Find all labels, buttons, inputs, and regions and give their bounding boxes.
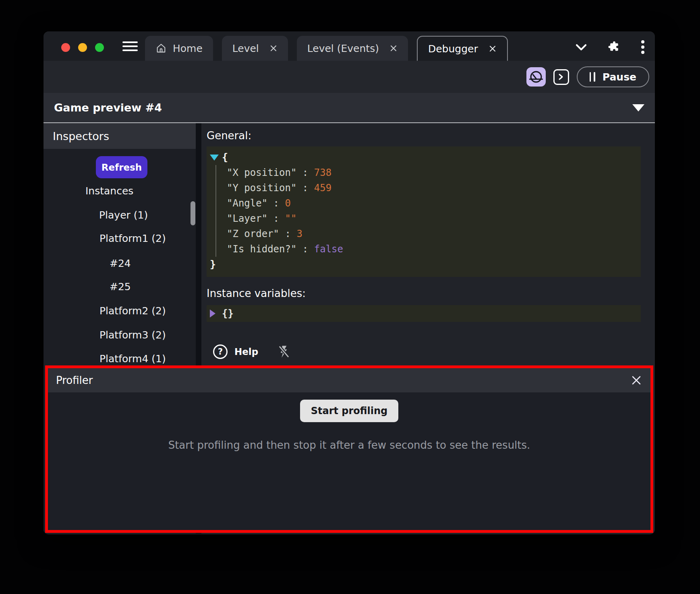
game-preview-title: Game preview #4 bbox=[54, 101, 162, 114]
inspectors-header: Inspectors bbox=[43, 123, 196, 149]
tree-item-instances[interactable]: Instances bbox=[85, 185, 133, 197]
game-preview-header[interactable]: Game preview #4 bbox=[43, 93, 655, 123]
menu-hamburger-icon[interactable] bbox=[122, 41, 138, 51]
profiler-title: Profiler bbox=[56, 374, 93, 386]
profiler-body: Start profiling Start profiling and then… bbox=[48, 392, 650, 451]
home-icon bbox=[155, 43, 167, 54]
json-property-row: "Z order" : 3 bbox=[227, 226, 641, 241]
close-window-button[interactable] bbox=[61, 43, 70, 52]
tab-home[interactable]: Home bbox=[145, 36, 213, 61]
flash-off-icon[interactable] bbox=[277, 344, 291, 359]
tab-level-events[interactable]: Level (Events) bbox=[297, 36, 408, 61]
app-window: Home Level Level (Events) Debugger bbox=[43, 31, 655, 534]
tree-item-platform3[interactable]: Platform3 (2) bbox=[99, 329, 166, 341]
traffic-lights bbox=[61, 43, 104, 52]
extensions-puzzle-icon[interactable] bbox=[607, 41, 620, 54]
help-row: ? Help bbox=[207, 344, 655, 359]
json-property-row: "Y position" : 459 bbox=[227, 180, 641, 196]
collapse-chevron-icon[interactable] bbox=[632, 104, 644, 111]
close-tab-icon[interactable] bbox=[389, 44, 398, 52]
pause-button-label: Pause bbox=[603, 71, 636, 83]
tab-label: Debugger bbox=[428, 43, 478, 55]
property-value: "" bbox=[285, 213, 297, 224]
close-tab-icon[interactable] bbox=[489, 45, 497, 53]
start-profiling-button[interactable]: Start profiling bbox=[300, 400, 399, 422]
tree-item-platform1[interactable]: Platform1 (2) bbox=[99, 233, 166, 244]
tree-item-platform2[interactable]: Platform2 (2) bbox=[99, 305, 166, 317]
tab-level[interactable]: Level bbox=[222, 36, 288, 61]
console-icon-button[interactable] bbox=[553, 69, 569, 85]
property-value: 738 bbox=[314, 167, 331, 178]
chevron-down-icon[interactable] bbox=[575, 43, 587, 52]
expand-icon[interactable] bbox=[210, 309, 215, 318]
instance-variables-viewer: {} bbox=[207, 305, 641, 322]
inspectors-header-label: Inspectors bbox=[53, 130, 109, 142]
property-value: 0 bbox=[285, 198, 291, 209]
property-value: 3 bbox=[296, 228, 302, 239]
tab-label: Level (Events) bbox=[307, 43, 379, 54]
tree-item-platform4[interactable]: Platform4 (1) bbox=[99, 353, 166, 365]
tree-item-25[interactable]: #25 bbox=[110, 281, 131, 293]
json-property-row: "X position" : 738 bbox=[227, 165, 641, 180]
kebab-menu-icon[interactable] bbox=[640, 39, 645, 55]
minimize-window-button[interactable] bbox=[78, 43, 87, 52]
json-property-row: "Layer" : "" bbox=[227, 211, 641, 226]
tree-item-player[interactable]: Player (1) bbox=[99, 209, 148, 221]
expand-collapse-icon[interactable] bbox=[210, 155, 219, 161]
pause-icon bbox=[590, 72, 595, 82]
object-open-brace: { bbox=[222, 150, 228, 165]
tree-item-24[interactable]: #24 bbox=[110, 258, 131, 269]
json-property-row: "Is hidden?" : false bbox=[227, 241, 641, 257]
tab-strip: Home Level Level (Events) Debugger bbox=[145, 36, 517, 61]
close-profiler-icon[interactable] bbox=[630, 374, 642, 386]
tab-debugger[interactable]: Debugger bbox=[417, 36, 508, 61]
general-label: General: bbox=[207, 130, 655, 142]
profiler-header: Profiler bbox=[48, 368, 650, 392]
zoom-window-button[interactable] bbox=[95, 43, 104, 52]
object-close-brace: } bbox=[210, 258, 216, 270]
tab-bar: Home Level Level (Events) Debugger bbox=[43, 31, 655, 61]
help-label[interactable]: Help bbox=[234, 346, 258, 357]
json-indent-guide: "X position" : 738 "Y position" : 459 "A… bbox=[215, 165, 641, 257]
json-property-row: "Angle" : 0 bbox=[227, 196, 641, 211]
instance-variables-value: {} bbox=[222, 308, 234, 319]
profiler-description: Start profiling and then stop it after a… bbox=[48, 439, 650, 451]
tab-label: Level bbox=[232, 43, 259, 54]
property-value: 459 bbox=[314, 182, 331, 194]
tab-label: Home bbox=[173, 43, 203, 54]
close-tab-icon[interactable] bbox=[269, 44, 278, 52]
instance-variables-label: Instance variables: bbox=[207, 287, 655, 299]
general-json-viewer: { "X position" : 738 "Y position" : 459 … bbox=[207, 146, 641, 277]
pause-button[interactable]: Pause bbox=[577, 66, 649, 87]
profiler-panel: Profiler Start profiling Start profiling… bbox=[45, 365, 653, 533]
help-question-icon[interactable]: ? bbox=[213, 344, 228, 359]
refresh-button[interactable]: Refresh bbox=[96, 156, 147, 178]
sidebar-scrollbar[interactable] bbox=[191, 201, 195, 225]
tabbar-right-actions bbox=[575, 39, 655, 55]
property-value: false bbox=[314, 243, 343, 255]
debugger-toolbar: Pause bbox=[43, 61, 655, 93]
profiler-gauge-icon-button[interactable] bbox=[526, 67, 546, 87]
